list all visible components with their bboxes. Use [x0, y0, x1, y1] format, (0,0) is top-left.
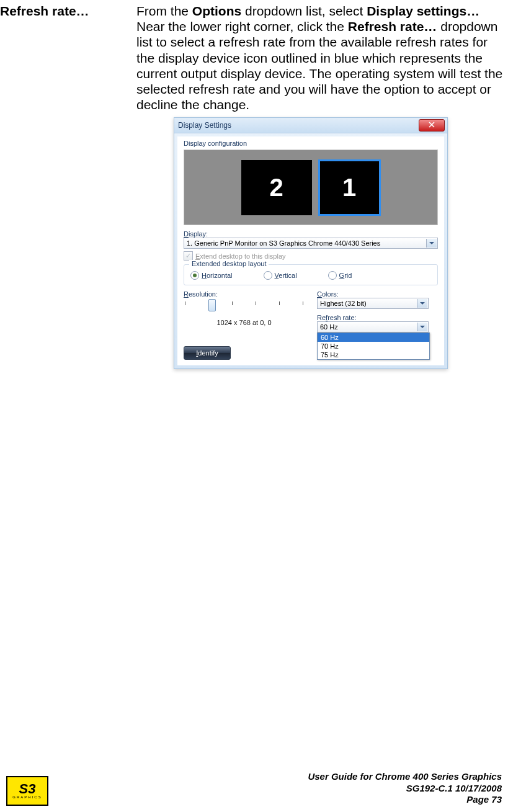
slider-tick	[279, 301, 280, 305]
extend-desktop-label: Extend desktop to this display	[195, 252, 286, 260]
page-number: 73	[491, 794, 502, 805]
check-icon: ✓	[185, 252, 191, 259]
s3-graphics-logo: S3 GRAPHICS	[6, 776, 48, 806]
bold-refresh-rate: Refresh rate…	[348, 19, 437, 33]
monitor-1[interactable]: 1	[318, 159, 381, 216]
radio-grid-label: Grid	[339, 272, 352, 279]
colors-dropdown-value: Highest (32 bit)	[320, 300, 367, 307]
body-text: Near the lower right corner, click the	[136, 19, 348, 33]
section-body: From the Options dropdown list, select D…	[136, 3, 508, 112]
logo-subtext: GRAPHICS	[12, 795, 42, 799]
radio-horizontal[interactable]: Horizontal	[190, 271, 233, 280]
close-icon	[429, 122, 435, 129]
extended-desktop-layout-group: Extended desktop layout Horizontal Verti…	[184, 264, 438, 285]
bold-options: Options	[192, 4, 241, 18]
body-text: From the	[136, 4, 192, 18]
radio-horizontal-label: Horizontal	[202, 272, 233, 279]
monitor-arrangement-area[interactable]: 2 1	[184, 149, 438, 225]
colors-dropdown[interactable]: Highest (32 bit)	[317, 298, 429, 309]
resolution-slider[interactable]	[184, 301, 305, 315]
slider-thumb[interactable]	[208, 299, 216, 311]
slider-tick	[256, 301, 256, 305]
refresh-rate-dropdown-list: 60 Hz 70 Hz 75 Hz	[317, 332, 430, 360]
radio-grid[interactable]: Grid	[328, 271, 352, 280]
display-label: Display:	[184, 230, 438, 238]
resolution-value: 1024 x 768 at 0, 0	[184, 319, 305, 326]
slider-tick	[232, 301, 233, 305]
dialog-titlebar[interactable]: Display Settings	[174, 118, 447, 133]
chevron-down-icon	[426, 239, 437, 248]
refresh-rate-dropdown[interactable]: 60 Hz	[317, 321, 429, 332]
extend-desktop-checkbox: ✓	[184, 251, 193, 261]
slider-tick	[185, 301, 185, 305]
radio-vertical-label: Vertical	[275, 272, 297, 279]
radio-vertical[interactable]: Vertical	[264, 271, 297, 280]
section-heading: Refresh rate…	[0, 3, 136, 19]
page-label: Page	[466, 794, 491, 805]
display-dropdown[interactable]: 1. Generic PnP Monitor on S3 Graphics Ch…	[184, 238, 438, 249]
radio-icon	[190, 271, 199, 280]
body-text: dropdown list, select	[241, 4, 367, 18]
display-settings-dialog: Display Settings Display configuration 2…	[174, 117, 448, 369]
refresh-rate-label: Refresh rate:	[317, 314, 438, 321]
monitor-2[interactable]: 2	[241, 160, 312, 215]
logo-text: S3	[19, 783, 36, 795]
footer-text: User Guide for Chrome 400 Series Graphic…	[308, 771, 502, 806]
resolution-label: Resolution:	[184, 290, 305, 298]
bold-display-settings: Display settings…	[367, 4, 479, 18]
colors-label: Colors:	[317, 290, 438, 298]
refresh-option[interactable]: 60 Hz	[318, 333, 429, 342]
chevron-down-icon	[417, 299, 427, 308]
refresh-option[interactable]: 70 Hz	[318, 342, 429, 350]
footer-line1: User Guide for Chrome 400 Series Graphic…	[308, 771, 502, 783]
chevron-down-icon	[417, 323, 427, 331]
radio-icon	[328, 271, 337, 280]
display-dropdown-value: 1. Generic PnP Monitor on S3 Graphics Ch…	[187, 239, 380, 247]
radio-icon	[264, 271, 272, 280]
dialog-title: Display Settings	[178, 121, 231, 130]
close-button[interactable]	[419, 119, 445, 132]
refresh-option[interactable]: 75 Hz	[318, 350, 429, 359]
identify-button[interactable]: Identify	[184, 346, 231, 360]
slider-tick	[303, 301, 303, 305]
group-title: Extended desktop layout	[189, 260, 269, 267]
refresh-rate-value: 60 Hz	[320, 323, 338, 331]
footer-line2: SG192-C.1 10/17/2008	[308, 783, 502, 795]
display-configuration-label: Display configuration	[184, 140, 438, 147]
